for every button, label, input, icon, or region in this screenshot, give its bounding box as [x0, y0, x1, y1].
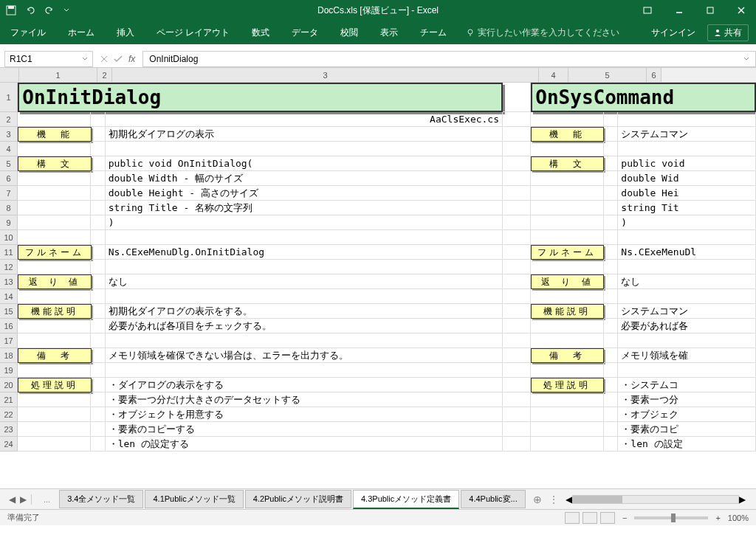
row-header[interactable]: 22 — [0, 407, 18, 422]
field-value[interactable]: なし — [618, 274, 756, 289]
cell[interactable] — [18, 186, 91, 201]
name-box[interactable]: R1C1 — [4, 51, 93, 67]
sheet-nav-prev-icon[interactable]: ◀ — [9, 494, 16, 505]
cell[interactable] — [531, 260, 604, 274]
cell[interactable] — [18, 171, 91, 186]
cell[interactable] — [604, 319, 618, 333]
zoom-level[interactable]: 100% — [728, 513, 749, 522]
field-value[interactable]: public void OnInitDialog( — [106, 156, 503, 171]
row-header[interactable]: 16 — [0, 319, 18, 333]
cell[interactable] — [604, 392, 618, 407]
cell[interactable] — [503, 378, 531, 392]
field-label[interactable]: 備 考 — [531, 348, 604, 363]
cell[interactable] — [92, 304, 106, 319]
source-filename[interactable]: AaClsExec.cs — [106, 112, 503, 127]
col-header[interactable]: 5 — [568, 68, 647, 82]
cell[interactable] — [503, 319, 531, 333]
cell[interactable] — [503, 127, 531, 142]
cell[interactable] — [531, 112, 604, 127]
cell[interactable] — [92, 274, 106, 289]
cell[interactable] — [604, 245, 618, 260]
page-layout-view-icon[interactable] — [583, 512, 597, 524]
cell[interactable] — [604, 171, 618, 186]
row-header[interactable]: 24 — [0, 437, 18, 452]
field-value[interactable]: ・システムコ — [618, 378, 756, 392]
row-header[interactable]: 5 — [0, 156, 18, 171]
cell[interactable] — [531, 363, 604, 378]
cell[interactable] — [18, 437, 91, 452]
cell[interactable] — [503, 422, 531, 437]
cell[interactable] — [604, 230, 618, 245]
qat-dropdown-icon[interactable] — [63, 7, 69, 13]
cell[interactable] — [92, 156, 106, 171]
cell[interactable] — [503, 171, 531, 186]
cell[interactable] — [91, 201, 105, 215]
fx-icon[interactable]: fx — [128, 54, 135, 64]
cell[interactable] — [18, 112, 91, 127]
tab-split-icon[interactable]: ⋮ — [549, 494, 558, 505]
field-label[interactable]: フルネーム — [18, 245, 91, 260]
field-value[interactable] — [106, 289, 503, 304]
cell[interactable] — [503, 392, 531, 407]
cell[interactable] — [18, 260, 91, 274]
cell[interactable] — [604, 142, 618, 156]
cell[interactable] — [18, 201, 91, 215]
cell[interactable] — [604, 127, 618, 142]
cell[interactable] — [503, 230, 531, 245]
cell[interactable] — [91, 142, 105, 156]
cell[interactable] — [91, 171, 105, 186]
field-value[interactable]: 初期化ダイアログの表示をする。 — [106, 304, 503, 319]
cell[interactable] — [91, 319, 105, 333]
cell[interactable] — [18, 333, 91, 348]
cell[interactable] — [531, 422, 604, 437]
cell[interactable] — [18, 289, 91, 304]
field-value[interactable]: Ns.CExeMenuDlg.OnInitDialog — [106, 245, 503, 260]
redo-icon[interactable] — [44, 5, 55, 15]
signin-link[interactable]: サインイン — [651, 27, 695, 39]
field-label[interactable]: 機 能 — [531, 127, 604, 142]
cell[interactable] — [92, 348, 106, 363]
field-label[interactable]: フルネーム — [531, 245, 604, 260]
cell[interactable] — [531, 319, 604, 333]
cell[interactable] — [604, 112, 618, 127]
cell[interactable] — [604, 274, 618, 289]
field-value[interactable] — [618, 260, 756, 274]
cell[interactable] — [503, 407, 531, 422]
row-header[interactable]: 14 — [0, 289, 18, 304]
cell[interactable] — [531, 201, 604, 215]
field-value[interactable] — [106, 333, 503, 348]
row-header[interactable]: 9 — [0, 215, 18, 230]
field-label[interactable]: 備 考 — [18, 348, 91, 363]
sheet-tab[interactable]: 4.4Public変... — [461, 490, 525, 508]
field-value[interactable]: ・要素一つ分だけ大きさのデータセットする — [106, 392, 503, 407]
row-header[interactable]: 4 — [0, 142, 18, 156]
field-value[interactable]: Ns.CExeMenuDl — [618, 245, 756, 260]
cell[interactable] — [18, 407, 91, 422]
minimize-icon[interactable] — [670, 4, 688, 16]
row-header[interactable]: 18 — [0, 348, 18, 363]
share-button[interactable]: 共有 — [707, 24, 749, 41]
cell[interactable] — [503, 215, 531, 230]
field-value[interactable]: メモリ領域を確保できない場合は、エラーを出力する。 — [106, 348, 503, 363]
method-title-right[interactable]: OnSysCommand — [531, 83, 756, 112]
cell[interactable] — [531, 333, 604, 348]
row-header[interactable]: 12 — [0, 260, 18, 274]
normal-view-icon[interactable] — [565, 512, 580, 524]
cell[interactable] — [92, 378, 106, 392]
row-header[interactable]: 8 — [0, 201, 18, 215]
cell[interactable] — [91, 392, 105, 407]
cell[interactable] — [531, 215, 604, 230]
cell[interactable] — [604, 215, 618, 230]
zoom-knob[interactable] — [671, 513, 676, 522]
formula-input[interactable]: OnInitDialog — [142, 51, 756, 67]
field-label[interactable]: 処理説明 — [18, 378, 91, 392]
scroll-right-icon[interactable]: ▶ — [739, 494, 746, 505]
row-header[interactable]: 17 — [0, 333, 18, 348]
cell[interactable] — [604, 289, 618, 304]
sheet-nav-next-icon[interactable]: ▶ — [20, 494, 27, 505]
cell[interactable] — [18, 363, 91, 378]
cell[interactable] — [531, 171, 604, 186]
cell[interactable] — [92, 245, 106, 260]
field-value[interactable]: ) — [106, 215, 503, 230]
row-header[interactable]: 2 — [0, 112, 18, 127]
